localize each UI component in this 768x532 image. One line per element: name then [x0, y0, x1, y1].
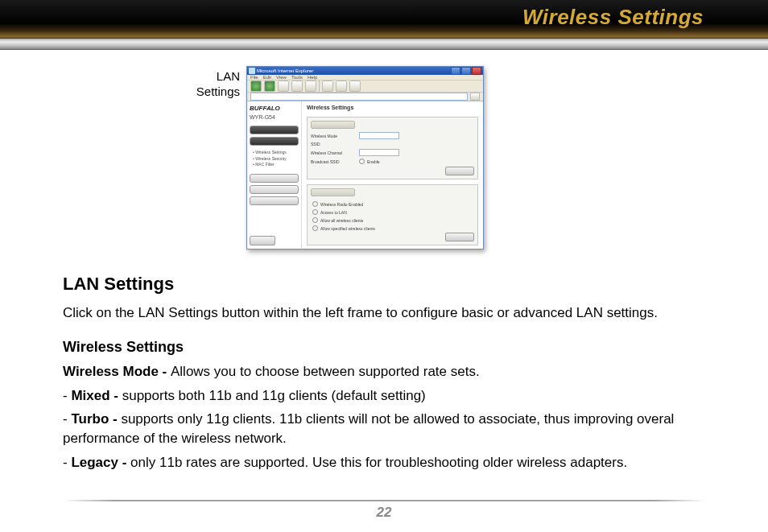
brand-logo: BUFFALO	[250, 105, 299, 112]
model-label: WYR-G54	[250, 114, 299, 120]
select-field[interactable]	[359, 132, 399, 139]
callout-line1: LAN	[217, 69, 240, 83]
radio-option[interactable]: Allow all wireless clients	[312, 217, 473, 223]
refresh-button[interactable]	[291, 80, 303, 92]
body-text: LAN Settings Click on the LAN Settings b…	[63, 272, 705, 472]
basic-settings-panel: Wireless Mode SSID Wireless Channel Broa…	[307, 117, 478, 179]
nav-button[interactable]	[250, 174, 299, 183]
logout-button[interactable]	[250, 236, 275, 245]
right-heading: Wireless Settings	[307, 105, 478, 110]
panel-header	[311, 188, 355, 196]
panel-header	[311, 121, 355, 129]
search-button[interactable]	[322, 80, 333, 92]
footer-divider	[63, 500, 705, 501]
screenshot-callout-label: LAN Settings	[184, 69, 240, 100]
mixed-line: - Mixed - supports both 11b and 11g clie…	[63, 386, 705, 406]
window-title-text: Microsoft Internet Explorer	[257, 68, 313, 73]
specify-button[interactable]	[445, 233, 474, 241]
home-button[interactable]	[305, 80, 316, 92]
legacy-text: only 11b rates are supported. Use this f…	[130, 455, 627, 470]
left-nav: BUFFALO WYR-G54 • Wireless Settings• Wir…	[247, 101, 302, 249]
content-area: LAN Settings Microsoft Internet Explorer…	[0, 50, 768, 472]
forward-button[interactable]	[264, 80, 275, 92]
legacy-label: Legacy -	[71, 455, 130, 470]
page-number: 22	[63, 505, 705, 521]
turbo-label: Turbo -	[71, 411, 121, 427]
select-field[interactable]	[359, 149, 399, 156]
screenshot-row: LAN Settings Microsoft Internet Explorer…	[184, 66, 705, 250]
section-heading-lan: LAN Settings	[63, 272, 705, 297]
nav-button[interactable]	[250, 185, 299, 194]
turbo-line: - Turbo - supports only 11g clients. 11b…	[63, 410, 705, 448]
menubar: FileEditViewToolsHelp	[247, 75, 483, 80]
go-button[interactable]	[470, 93, 480, 101]
right-pane: Wireless Settings Wireless Mode SSID Wir…	[302, 101, 483, 249]
toolbar-button[interactable]	[349, 80, 361, 92]
footer: 22	[63, 500, 705, 521]
wireless-mode-label: Wireless Mode -	[63, 364, 171, 379]
section-heading-wireless: Wireless Settings	[63, 337, 705, 357]
maximize-button[interactable]	[461, 67, 471, 75]
page-title: Wireless Settings	[522, 5, 704, 30]
turbo-text: supports only 11g clients. 11b clients w…	[63, 411, 674, 446]
wireless-mode-text: Allows you to choose between supported r…	[171, 364, 480, 379]
nav-sublist: • Wireless Settings• Wireless Security• …	[250, 148, 299, 171]
radio-option[interactable]: Enable	[359, 159, 380, 164]
header-divider	[0, 39, 768, 50]
callout-line2: Settings	[196, 85, 240, 98]
wireless-restrictions-panel: Wireless Radio Enabled Access to LAN All…	[307, 184, 478, 245]
toolbar	[247, 80, 483, 93]
header-band: Wireless Settings	[0, 0, 768, 39]
close-button[interactable]	[472, 67, 481, 75]
minimize-button[interactable]	[451, 67, 460, 75]
radio-option[interactable]: Allow specified wireless clients	[312, 225, 473, 231]
wireless-mode-line: Wireless Mode - Allows you to choose bet…	[63, 362, 705, 381]
back-button[interactable]	[250, 80, 262, 92]
stop-button[interactable]	[278, 80, 289, 92]
apply-button[interactable]	[445, 167, 474, 175]
lan-description: Click on the LAN Settings button within …	[63, 303, 705, 323]
app-icon	[249, 68, 255, 74]
window-titlebar: Microsoft Internet Explorer	[247, 67, 483, 75]
nav-button[interactable]	[250, 126, 299, 134]
page-body: BUFFALO WYR-G54 • Wireless Settings• Wir…	[247, 101, 483, 249]
mixed-text: supports both 11b and 11g clients (defau…	[122, 388, 426, 403]
embedded-screenshot: Microsoft Internet Explorer FileEditView…	[246, 66, 484, 250]
radio-option[interactable]: Access to LAN	[312, 209, 473, 215]
radio-option[interactable]: Wireless Radio Enabled	[312, 201, 473, 207]
nav-button[interactable]	[250, 196, 299, 205]
addressbar	[247, 93, 483, 101]
nav-button[interactable]	[250, 137, 299, 146]
mixed-label: Mixed -	[71, 388, 122, 403]
favorites-button[interactable]	[336, 80, 347, 92]
legacy-line: - Legacy - only 11b rates are supported.…	[63, 453, 705, 472]
address-input[interactable]	[250, 93, 468, 101]
